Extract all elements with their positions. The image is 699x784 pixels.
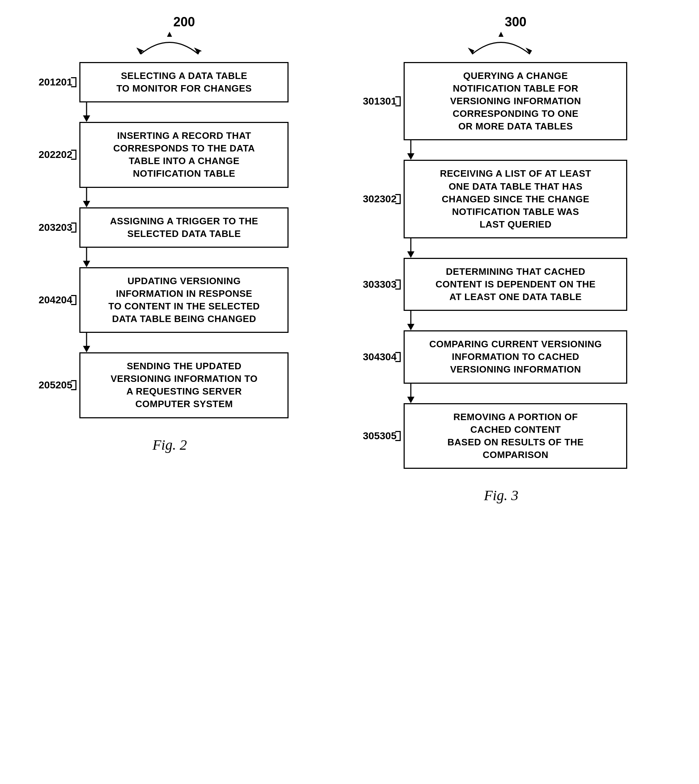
step-num-303: 303303 bbox=[375, 279, 404, 290]
step-num-301: 301301 bbox=[375, 96, 404, 107]
page: 200 201201SELECTING A DATA TABLE TO MONI… bbox=[0, 0, 699, 784]
svg-marker-19 bbox=[407, 324, 414, 330]
arrow-301 bbox=[375, 140, 418, 160]
arrow-203 bbox=[50, 248, 94, 267]
step-num-302: 302302 bbox=[375, 193, 404, 205]
step-row-301: 301301QUERYING A CHANGE NOTIFICATION TAB… bbox=[375, 62, 627, 140]
step-number-text: 303 bbox=[380, 279, 397, 290]
flow-box-301: QUERYING A CHANGE NOTIFICATION TABLE FOR… bbox=[404, 62, 627, 140]
fig3-label: Fig. 3 bbox=[484, 487, 518, 504]
flow-box-202: INSERTING A RECORD THAT CORRESPONDS TO T… bbox=[80, 122, 288, 187]
arrow-304 bbox=[375, 384, 418, 403]
flow-box-201: SELECTING A DATA TABLE TO MONITOR FOR CH… bbox=[80, 62, 288, 103]
svg-marker-13 bbox=[499, 32, 504, 37]
step-row-302: 302302RECEIVING A LIST OF AT LEAST ONE D… bbox=[375, 160, 627, 238]
down-arrow-svg bbox=[404, 238, 418, 258]
step-row-203: 203203ASSIGNING A TRIGGER TO THE SELECTE… bbox=[50, 207, 288, 248]
svg-marker-21 bbox=[407, 397, 414, 403]
fig3-number: 300 bbox=[505, 15, 526, 30]
step-row-304: 304304COMPARING CURRENT VERSIONING INFOR… bbox=[375, 330, 627, 383]
arrow-201 bbox=[50, 103, 94, 122]
step-number-text: 203 bbox=[56, 222, 73, 233]
step-num-204: 204204 bbox=[50, 294, 80, 306]
fig2-diagram: 200 201201SELECTING A DATA TABLE TO MONI… bbox=[29, 22, 332, 453]
fig2-number: 200 bbox=[173, 15, 195, 30]
step-row-305: 305305REMOVING A PORTION OF CACHED CONTE… bbox=[375, 403, 627, 469]
down-arrow-svg bbox=[80, 103, 94, 122]
arrow-303 bbox=[375, 311, 418, 330]
step-number-text: 201 bbox=[56, 76, 73, 88]
down-arrow-svg bbox=[404, 140, 418, 160]
fig3-steps-container: 301301QUERYING A CHANGE NOTIFICATION TAB… bbox=[375, 62, 627, 469]
flow-box-302: RECEIVING A LIST OF AT LEAST ONE DATA TA… bbox=[404, 160, 627, 238]
step-num-205: 205205 bbox=[50, 379, 80, 391]
svg-marker-6 bbox=[83, 201, 90, 207]
svg-marker-4 bbox=[83, 116, 90, 122]
step-row-204: 204204UPDATING VERSIONING INFORMATION IN… bbox=[50, 267, 288, 333]
down-arrow-svg bbox=[404, 384, 418, 403]
fig2-steps-container: 201201SELECTING A DATA TABLE TO MONITOR … bbox=[50, 62, 288, 418]
step-num-202: 202202 bbox=[50, 149, 80, 160]
arrow-302 bbox=[375, 238, 418, 258]
svg-marker-2 bbox=[167, 32, 172, 37]
step-row-201: 201201SELECTING A DATA TABLE TO MONITOR … bbox=[50, 62, 288, 103]
flow-box-304: COMPARING CURRENT VERSIONING INFORMATION… bbox=[404, 330, 627, 383]
down-arrow-svg bbox=[80, 248, 94, 267]
step-row-202: 202202INSERTING A RECORD THAT CORRESPOND… bbox=[50, 122, 288, 187]
step-number-text: 205 bbox=[56, 379, 73, 391]
step-number-text: 204 bbox=[56, 294, 73, 306]
flow-box-204: UPDATING VERSIONING INFORMATION IN RESPO… bbox=[80, 267, 288, 333]
flow-box-305: REMOVING A PORTION OF CACHED CONTENT BAS… bbox=[404, 403, 627, 469]
fig3-arc bbox=[461, 29, 541, 58]
down-arrow-svg bbox=[80, 333, 94, 352]
step-row-303: 303303DETERMINING THAT CACHED CONTENT IS… bbox=[375, 258, 627, 311]
arrow-202 bbox=[50, 188, 94, 207]
svg-marker-15 bbox=[407, 153, 414, 160]
fig2-arc bbox=[130, 29, 209, 58]
step-number-text: 304 bbox=[380, 351, 397, 363]
down-arrow-svg bbox=[80, 188, 94, 207]
flow-box-205: SENDING THE UPDATED VERSIONING INFORMATI… bbox=[80, 352, 288, 418]
step-number-text: 202 bbox=[56, 149, 73, 160]
fig3-diagram: 300 301301QUERYING A CHANGE NOTIFICATION… bbox=[332, 22, 670, 504]
step-number-text: 305 bbox=[380, 430, 397, 442]
step-num-304: 304304 bbox=[375, 351, 404, 363]
svg-marker-10 bbox=[83, 346, 90, 352]
fig2-label: Fig. 2 bbox=[152, 437, 187, 453]
flow-box-203: ASSIGNING A TRIGGER TO THE SELECTED DATA… bbox=[80, 207, 288, 248]
svg-marker-17 bbox=[407, 251, 414, 258]
step-num-305: 305305 bbox=[375, 430, 404, 442]
step-row-205: 205205SENDING THE UPDATED VERSIONING INF… bbox=[50, 352, 288, 418]
down-arrow-svg bbox=[404, 311, 418, 330]
step-num-201: 201201 bbox=[50, 76, 80, 88]
step-number-text: 301 bbox=[380, 96, 397, 107]
step-number-text: 302 bbox=[380, 193, 397, 205]
arrow-204 bbox=[50, 333, 94, 352]
flow-box-303: DETERMINING THAT CACHED CONTENT IS DEPEN… bbox=[404, 258, 627, 311]
step-num-203: 203203 bbox=[50, 222, 80, 233]
svg-marker-8 bbox=[83, 261, 90, 267]
